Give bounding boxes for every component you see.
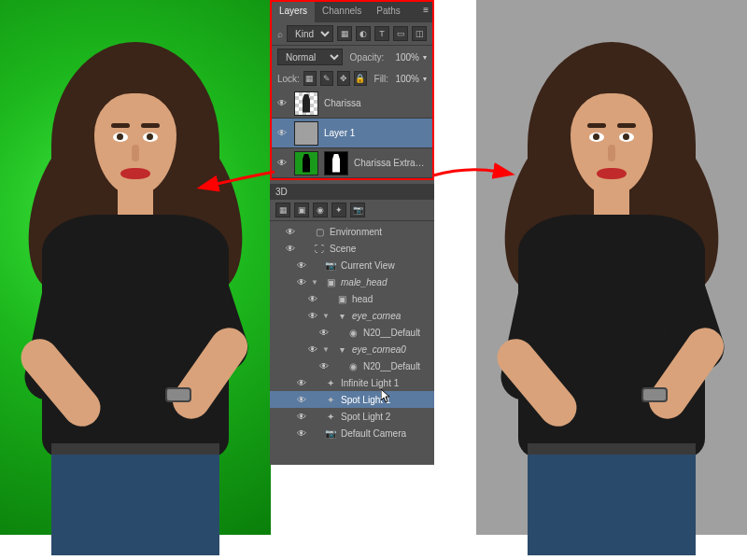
node-label: Environment [330,227,382,237]
twisty-icon[interactable]: ▼ [311,278,320,287]
filter-smart-icon[interactable]: ◫ [412,26,427,41]
3d-node-n20-default[interactable]: 👁◉N20__Default [270,324,434,341]
3d-node-default-camera[interactable]: 👁📷Default Camera [270,425,434,441]
layer-filter-row: ⌕ Kind ▦ ◐ T ▭ ◫ [272,22,432,46]
node-label: Default Camera [341,428,406,439]
3d-node-scene[interactable]: 👁⛶Scene [270,240,434,257]
node-label: Spot Light 2 [341,412,390,422]
blend-mode-select[interactable]: Normal [277,49,343,65]
3d-node-current-view[interactable]: 👁📷Current View [270,257,434,273]
layer-thumbnail[interactable] [294,91,318,116]
visibility-eye-icon[interactable]: 👁 [296,259,307,272]
3d-scene-tree: 👁▢Environment👁⛶Scene👁📷Current View👁▼▣mal… [270,221,434,443]
3d-filter-scene-icon[interactable]: ▦ [275,203,290,217]
layer-list: 👁 Charissa 👁 Layer 1 👁 Charissa Extracte… [272,89,432,178]
3d-node-n20-default[interactable]: 👁◉N20__Default [270,357,434,374]
visibility-eye-icon[interactable]: 👁 [318,326,330,339]
node-label: head [352,294,373,304]
layer-mask-thumbnail[interactable] [324,151,348,175]
3d-panel: 3D ▦ ▣ ◉ ✦ 📷 👁▢Environment👁⛶Scene👁📷Curre… [270,184,434,443]
search-icon: ⌕ [277,29,283,39]
layer-name[interactable]: Charissa [324,98,429,108]
3d-filter-mesh-icon[interactable]: ▣ [294,203,309,217]
visibility-eye-icon[interactable]: 👁 [307,343,318,356]
3d-node-head[interactable]: 👁▣head [270,290,434,307]
layer-name[interactable]: Layer 1 [324,128,429,138]
twisty-icon[interactable]: ▼ [322,312,331,320]
tab-channels[interactable]: Channels [315,2,369,22]
visibility-eye-icon[interactable]: 👁 [307,292,318,305]
light-icon: ✦ [324,411,337,422]
scene-icon: ⛶ [313,243,326,254]
filter-pixel-icon[interactable]: ▦ [337,26,352,41]
3d-node-infinite-light-1[interactable]: 👁✦Infinite Light 1 [270,374,434,391]
3d-node-eye-cornea[interactable]: 👁▼▾eye_cornea [270,307,434,324]
filter-kind-select[interactable]: Kind [287,25,333,42]
mesh-icon: ▣ [324,276,337,287]
lock-trans-icon[interactable]: ▦ [303,71,317,86]
photo-after-gray [476,0,747,535]
camera-icon: 📷 [324,427,337,439]
visibility-eye-icon[interactable]: 👁 [285,225,296,238]
visibility-eye-icon[interactable]: 👁 [285,242,296,255]
3d-filter-camera-icon[interactable]: 📷 [350,203,365,217]
lock-all-icon[interactable]: 🔒 [354,71,367,86]
node-label: eye_cornea0 [352,344,406,355]
visibility-eye-icon[interactable]: 👁 [307,309,318,322]
filter-shape-icon[interactable]: ▭ [393,26,408,41]
visibility-eye-icon[interactable]: 👁 [275,127,289,140]
subject-woman [28,42,243,527]
node-label: N20__Default [363,328,420,338]
3d-filter-toolbar: ▦ ▣ ◉ ✦ 📷 [270,200,434,221]
camera-icon: 📷 [324,259,337,271]
subject-woman [504,42,719,527]
panel-menu-icon[interactable]: ≡ [423,5,429,15]
opacity-value[interactable]: 100% [388,52,419,63]
picture-icon: ▢ [313,226,326,237]
layer-charissa[interactable]: 👁 Charissa [272,89,432,119]
lock-move-icon[interactable]: ✥ [337,71,350,86]
mesh-icon: ▣ [335,293,348,304]
layer-thumbnail[interactable] [294,121,318,146]
node-label: male_head [341,277,387,287]
3d-node-spot-light-1[interactable]: 👁✦Spot Light 1 [270,391,434,408]
visibility-eye-icon[interactable]: 👁 [296,393,307,406]
node-label: Current View [341,260,395,271]
visibility-eye-icon[interactable]: 👁 [275,157,289,170]
group-icon: ▾ [335,310,348,321]
fill-value[interactable]: 100% [392,74,419,84]
node-label: Spot Light 1 [341,395,390,405]
3d-filter-material-icon[interactable]: ◉ [313,203,328,217]
lock-row: Lock: ▦ ✎ ✥ 🔒 Fill: 100% ▾ [272,68,432,89]
tab-paths[interactable]: Paths [369,2,408,22]
visibility-eye-icon[interactable]: 👁 [296,410,307,423]
material-icon: ◉ [346,327,359,338]
chevron-down-icon[interactable]: ▾ [423,53,427,62]
layer-thumbnail[interactable] [294,151,318,175]
fill-label: Fill: [374,74,389,84]
photo-before-greenscreen [0,0,271,535]
layer-charissa-extracted[interactable]: 👁 Charissa Extracted [272,148,432,178]
visibility-eye-icon[interactable]: 👁 [296,427,307,440]
3d-node-environment[interactable]: 👁▢Environment [270,223,434,240]
layer-layer1[interactable]: 👁 Layer 1 [272,119,432,148]
lock-label: Lock: [277,74,300,84]
filter-adjust-icon[interactable]: ◐ [356,26,371,41]
chevron-down-icon[interactable]: ▾ [423,75,427,83]
visibility-eye-icon[interactable]: 👁 [296,275,307,288]
3d-panel-title[interactable]: 3D [270,184,434,200]
layer-name[interactable]: Charissa Extracted [354,158,429,168]
twisty-icon[interactable]: ▼ [322,345,331,354]
3d-node-spot-light-2[interactable]: 👁✦Spot Light 2 [270,408,434,425]
visibility-eye-icon[interactable]: 👁 [275,97,289,110]
visibility-eye-icon[interactable]: 👁 [296,376,307,389]
visibility-eye-icon[interactable]: 👁 [318,359,330,372]
node-label: Infinite Light 1 [341,378,399,388]
3d-node-male-head[interactable]: 👁▼▣male_head [270,273,434,290]
3d-filter-light-icon[interactable]: ✦ [331,203,346,217]
lock-brush-icon[interactable]: ✎ [320,71,333,86]
3d-node-eye-cornea0[interactable]: 👁▼▾eye_cornea0 [270,341,434,357]
tab-layers[interactable]: Layers [272,2,315,22]
filter-type-icon[interactable]: T [374,26,389,41]
group-icon: ▾ [335,343,348,355]
